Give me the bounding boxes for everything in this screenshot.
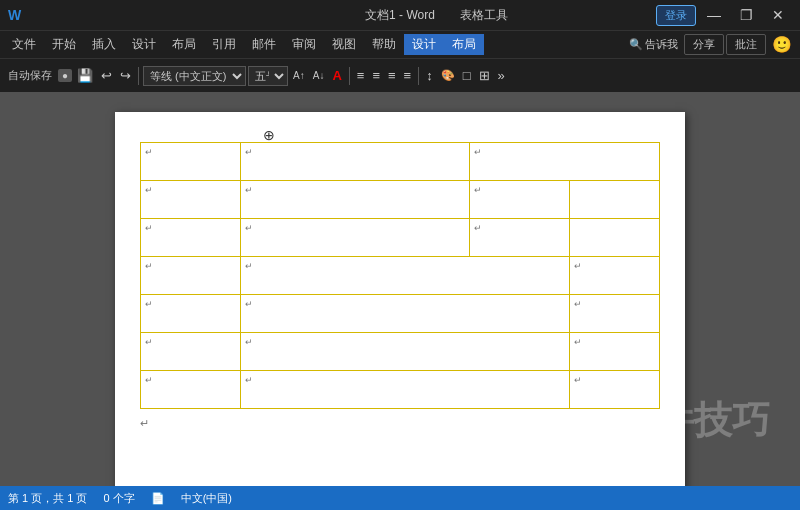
document-title: 文档1 - Word (365, 7, 435, 24)
table-cell[interactable]: ↵ (240, 371, 569, 409)
document-page: ⊕ ↵ ↵ ↵ ↵ ↵ ↵ ↵ ↵ ↵ (115, 112, 685, 486)
comments-button[interactable]: 批注 (726, 34, 766, 55)
page-status: 第 1 页，共 1 页 (8, 491, 87, 506)
table-cell[interactable]: ↵ (240, 219, 470, 257)
table-move-handle[interactable]: ⊕ (263, 127, 275, 143)
table-row: ↵ ↵ ↵ (141, 257, 660, 295)
proofread-icon: 📄 (151, 492, 165, 505)
menu-home[interactable]: 开始 (44, 34, 84, 55)
window-controls: 登录 — ❐ ✕ (656, 4, 792, 26)
sep1 (138, 67, 139, 85)
table-cell[interactable] (570, 181, 660, 219)
menu-bar: 文件 开始 插入 设计 布局 引用 邮件 审阅 视图 帮助 设计 布局 🔍 告诉… (0, 30, 800, 58)
increase-font-icon[interactable]: A↑ (290, 68, 308, 83)
autosave-toggle[interactable]: ● (58, 69, 72, 82)
document-area: 软件技巧 ⊕ ↵ ↵ ↵ ↵ ↵ ↵ ↵ ↵ ↵ (0, 92, 800, 486)
table-cell[interactable]: ↵ (570, 371, 660, 409)
table-row: ↵ ↵ ↵ (141, 333, 660, 371)
right-tools: 🔍 告诉我 分享 批注 🙂 (629, 34, 796, 55)
table-row: ↵ ↵ ↵ (141, 143, 660, 181)
menu-file[interactable]: 文件 (4, 34, 44, 55)
more-icon[interactable]: » (495, 66, 508, 85)
menu-table-design[interactable]: 设计 (404, 34, 444, 55)
decrease-font-icon[interactable]: A↓ (310, 68, 328, 83)
menu-layout[interactable]: 布局 (164, 34, 204, 55)
table-cell[interactable]: ↵ (240, 333, 569, 371)
menu-table-layout[interactable]: 布局 (444, 34, 484, 55)
line-spacing-icon[interactable]: ↕ (423, 66, 436, 85)
table-cell[interactable]: ↵ (141, 295, 241, 333)
language-status: 中文(中国) (181, 491, 232, 506)
sep2 (349, 67, 350, 85)
table-cell[interactable]: ↵ (240, 143, 470, 181)
table-row: ↵ ↵ ↵ (141, 295, 660, 333)
align-center-icon[interactable]: ≡ (369, 66, 383, 85)
autosave-label: 自动保存 (4, 66, 56, 85)
redo-icon[interactable]: ↪ (117, 66, 134, 85)
table-cell[interactable]: ↵ (570, 295, 660, 333)
menu-review[interactable]: 审阅 (284, 34, 324, 55)
justify-icon[interactable]: ≡ (401, 66, 415, 85)
table-row: ↵ ↵ ↵ (141, 371, 660, 409)
menu-insert[interactable]: 插入 (84, 34, 124, 55)
table-cell[interactable]: ↵ (470, 143, 660, 181)
undo-icon[interactable]: ↩ (98, 66, 115, 85)
font-family-select[interactable]: 等线 (中文正文) (143, 66, 246, 86)
toolbar: 自动保存 ● 💾 ↩ ↪ 等线 (中文正文) 五号 A↑ A↓ A ≡ ≡ ≡ … (0, 58, 800, 92)
align-left-icon[interactable]: ≡ (354, 66, 368, 85)
table-cell[interactable]: ↵ (470, 219, 570, 257)
menu-design[interactable]: 设计 (124, 34, 164, 55)
emoji-icon: 🙂 (768, 35, 796, 54)
word-table: ↵ ↵ ↵ ↵ ↵ ↵ ↵ ↵ ↵ ↵ ↵ ↵ (140, 142, 660, 409)
table-cell[interactable]: ↵ (570, 333, 660, 371)
table-cell[interactable]: ↵ (240, 257, 569, 295)
align-right-icon[interactable]: ≡ (385, 66, 399, 85)
share-button[interactable]: 分享 (684, 34, 724, 55)
menu-help[interactable]: 帮助 (364, 34, 404, 55)
table-tools-label: 表格工具 (460, 7, 508, 24)
save-icon[interactable]: 💾 (74, 66, 96, 85)
menu-view[interactable]: 视图 (324, 34, 364, 55)
table-cell[interactable]: ↵ (141, 371, 241, 409)
tell-me[interactable]: 告诉我 (645, 37, 678, 52)
menu-mailings[interactable]: 邮件 (244, 34, 284, 55)
search-icon: 🔍 (629, 38, 643, 51)
table-cell[interactable] (570, 219, 660, 257)
font-color-icon[interactable]: A (329, 66, 344, 85)
word-icon: W (8, 7, 21, 23)
close-button[interactable]: ✕ (764, 4, 792, 26)
shading-icon[interactable]: 🎨 (438, 67, 458, 84)
border-icon[interactable]: □ (460, 66, 474, 85)
title-bar: W 文档1 - Word 表格工具 登录 — ❐ ✕ (0, 0, 800, 30)
table-cell[interactable]: ↵ (141, 333, 241, 371)
table-cell[interactable]: ↵ (141, 181, 241, 219)
table-cell[interactable]: ↵ (240, 295, 569, 333)
columns-icon[interactable]: ⊞ (476, 66, 493, 85)
restore-button[interactable]: ❐ (732, 4, 760, 26)
minimize-button[interactable]: — (700, 4, 728, 26)
table-cell[interactable]: ↵ (240, 181, 470, 219)
table-cell[interactable]: ↵ (570, 257, 660, 295)
menu-references[interactable]: 引用 (204, 34, 244, 55)
font-size-select[interactable]: 五号 (248, 66, 288, 86)
word-count: 0 个字 (103, 491, 134, 506)
sep3 (418, 67, 419, 85)
login-button[interactable]: 登录 (656, 5, 696, 26)
table-row: ↵ ↵ ↵ (141, 219, 660, 257)
after-table-cursor: ↵ (140, 417, 149, 430)
table-cell[interactable]: ↵ (141, 219, 241, 257)
table-cell[interactable]: ↵ (141, 143, 241, 181)
table-row: ↵ ↵ ↵ (141, 181, 660, 219)
status-bar: 第 1 页，共 1 页 0 个字 📄 中文(中国) (0, 486, 800, 510)
table-cell[interactable]: ↵ (470, 181, 570, 219)
table-cell[interactable]: ↵ (141, 257, 241, 295)
title-left: W (8, 7, 21, 23)
